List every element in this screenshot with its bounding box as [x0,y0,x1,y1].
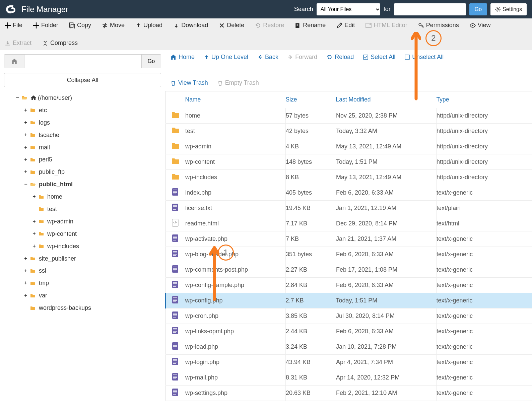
table-row[interactable]: wp-comments-post.php2.27 KBFeb 17, 2021,… [166,262,532,278]
tree-node[interactable]: +test [4,203,161,215]
tree-node[interactable]: +etc [4,104,161,117]
nav-home-button[interactable]: Home [171,54,195,61]
tree-node[interactable]: +wp-includes [4,240,161,253]
tree-label[interactable]: public_html [39,178,73,191]
table-row[interactable]: wp-load.php3.24 KBJan 10, 2021, 7:28 PMt… [166,339,532,355]
table-row[interactable]: home57 bytesNov 25, 2020, 2:38 PMhttpd/u… [166,108,532,124]
table-row[interactable]: index.php405 bytesFeb 6, 2020, 6:33 AMte… [166,185,532,201]
tree-label[interactable]: lscache [39,129,59,141]
tree-toggle[interactable]: + [23,130,28,141]
tree-toggle[interactable]: + [23,166,28,178]
tree-toggle[interactable]: + [32,241,37,252]
tree-label[interactable]: wp-includes [47,240,79,253]
new-folder-button[interactable]: Folder [33,22,58,29]
permissions-button[interactable]: Permissions [418,22,459,29]
tree-node[interactable]: +perl5 [4,153,161,166]
cell-name[interactable]: wp-content [185,154,286,170]
cell-name[interactable]: wp-login.php [185,355,286,370]
nav-back-button[interactable]: Back [258,54,278,61]
tree-toggle[interactable]: + [23,253,28,264]
table-row[interactable]: wp-admin4 KBMay 13, 2021, 12:49 AMhttpd/… [166,139,532,154]
tree-node[interactable]: +tmp [4,277,161,289]
table-row[interactable]: readme.html7.17 KBDec 29, 2020, 8:14 PMt… [166,216,532,231]
tree-node[interactable]: +site_publisher [4,253,161,265]
cell-name[interactable]: wp-blog-header.php [185,247,286,262]
tree-toggle[interactable]: − [23,179,28,190]
view-trash-button[interactable]: View Trash [171,79,208,86]
tree-node[interactable]: +public_ftp [4,166,161,178]
rename-button[interactable]: Rename [295,22,326,29]
col-icon[interactable] [166,91,185,108]
tree-label[interactable]: logs [39,117,50,129]
tree-label[interactable]: test [47,203,57,215]
cell-name[interactable]: wp-config-sample.php [185,278,286,293]
table-row[interactable]: wp-login.php43.94 KBApr 4, 2021, 7:34 PM… [166,355,532,370]
table-row[interactable]: wp-links-opml.php2.44 KBFeb 6, 2020, 6:3… [166,324,532,339]
tree-toggle[interactable]: + [32,228,37,239]
tree-toggle[interactable]: + [23,266,28,277]
cell-name[interactable]: wp-config.php [185,293,286,308]
tree-node[interactable]: +var [4,289,161,302]
tree-toggle[interactable]: + [23,117,28,128]
tree-node[interactable]: −public_html [4,178,161,191]
tree-label[interactable]: wp-content [47,228,77,240]
tree-toggle[interactable]: + [23,154,28,165]
path-go-button[interactable]: Go [141,55,161,68]
tree-label[interactable]: wordpress-backups [39,302,91,314]
copy-button[interactable]: Copy [69,22,91,29]
select-all-button[interactable]: Select All [363,54,395,61]
collapse-all-button[interactable]: Collapse All [4,73,161,87]
cell-name[interactable]: wp-links-opml.php [185,324,286,339]
tree-toggle[interactable]: − [15,92,20,103]
tree-label[interactable]: etc [39,104,47,117]
tree-node[interactable]: +mail [4,141,161,154]
cell-name[interactable]: wp-load.php [185,339,286,355]
cell-name[interactable]: license.txt [185,201,286,216]
table-row[interactable]: license.txt19.45 KBJan 1, 2021, 12:19 AM… [166,201,532,216]
table-row[interactable]: wp-content148 bytesToday, 1:51 PMhttpd/u… [166,154,532,170]
col-name[interactable]: Name [185,91,286,108]
table-row[interactable]: wp-includes8 KBMay 13, 2021, 12:49 AMhtt… [166,170,532,185]
tree-node[interactable]: +wp-content [4,228,161,240]
tree-label[interactable]: site_publisher [39,253,76,265]
tree-label[interactable]: var [39,289,47,302]
tree-label[interactable]: wp-admin [47,215,73,228]
nav-reload-button[interactable]: Reload [327,54,354,61]
cell-name[interactable]: home [185,108,286,124]
tree-root[interactable]: − (/home/user) [4,92,161,104]
move-button[interactable]: Move [102,22,125,29]
tree-label[interactable]: tmp [39,277,49,289]
download-button[interactable]: Download [173,22,208,29]
tree-toggle[interactable]: + [23,278,28,289]
col-size[interactable]: Size [286,91,336,108]
cell-name[interactable]: wp-includes [185,170,286,185]
search-scope-select[interactable]: All Your Files [317,3,380,15]
tree-toggle[interactable]: + [23,142,28,153]
tree-node[interactable]: +wordpress-backups [4,302,161,314]
table-row[interactable]: wp-config.php2.7 KBToday, 1:51 PMtext/x-… [166,293,532,308]
table-row[interactable]: wp-config-sample.php2.84 KBFeb 6, 2020, … [166,278,532,293]
edit-button[interactable]: Edit [336,22,355,29]
cell-name[interactable]: test [185,124,286,139]
table-row[interactable]: test42 bytesToday, 3:32 AMhttpd/unix-dir… [166,124,532,139]
tree-node[interactable]: +ssl [4,265,161,277]
table-row[interactable]: wp-settings.php20.63 KBFeb 2, 2021, 12:1… [166,386,532,401]
view-button[interactable]: View [470,22,491,29]
cell-name[interactable]: index.php [185,185,286,201]
tree-label[interactable]: ssl [39,265,46,277]
tree-node[interactable]: +home [4,191,161,203]
col-type[interactable]: Type [437,91,532,108]
cell-name[interactable]: readme.html [185,216,286,231]
path-input[interactable] [24,55,141,68]
tree-toggle[interactable]: + [32,216,37,227]
search-input[interactable] [394,3,466,15]
settings-button[interactable]: Settings [490,3,527,15]
table-row[interactable]: wp-cron.php3.85 KBJul 30, 2020, 8:14 PMt… [166,308,532,324]
tree-node[interactable]: +lscache [4,129,161,141]
upload-button[interactable]: Upload [135,22,162,29]
cell-name[interactable]: wp-comments-post.php [185,262,286,278]
delete-button[interactable]: Delete [219,22,244,29]
table-row[interactable]: wp-mail.php8.31 KBApr 14, 2020, 12:32 PM… [166,370,532,386]
cell-name[interactable]: wp-cron.php [185,308,286,324]
tree-toggle[interactable]: + [23,105,28,116]
